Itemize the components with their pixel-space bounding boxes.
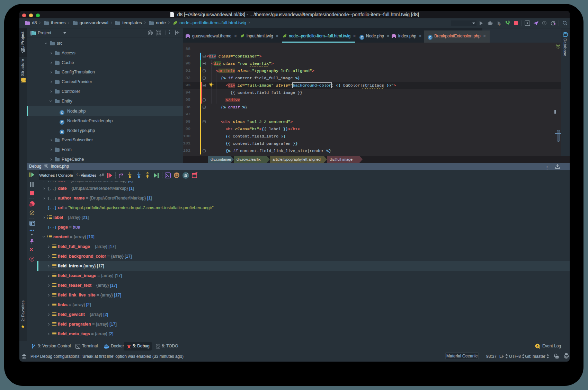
svg-text:6: 6 [536,344,538,348]
